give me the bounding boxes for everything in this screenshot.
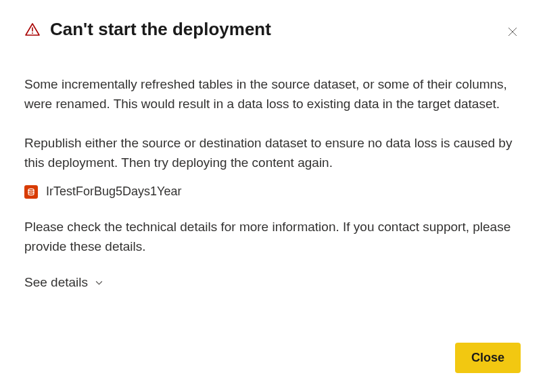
error-dialog: Can't start the deployment Some incremen… — [0, 0, 545, 392]
dialog-paragraph-3: Please check the technical details for m… — [24, 218, 521, 256]
dialog-title: Can't start the deployment — [50, 19, 271, 40]
dataset-icon — [24, 185, 38, 199]
dialog-paragraph-2: Republish either the source or destinati… — [24, 134, 521, 172]
close-button[interactable]: Close — [455, 343, 521, 373]
see-details-toggle[interactable]: See details — [24, 275, 103, 290]
dataset-row: IrTestForBug5Days1Year — [24, 185, 521, 199]
chevron-down-icon — [95, 278, 103, 287]
close-icon — [508, 27, 517, 39]
dialog-paragraph-1: Some incrementally refreshed tables in t… — [24, 75, 521, 114]
warning-icon — [24, 22, 41, 38]
dialog-footer: Close — [455, 343, 521, 373]
close-icon-button[interactable] — [504, 24, 521, 41]
dataset-name: IrTestForBug5Days1Year — [46, 185, 181, 199]
dialog-header: Can't start the deployment — [24, 19, 521, 40]
svg-point-1 — [32, 32, 33, 34]
svg-point-4 — [28, 189, 34, 191]
see-details-label: See details — [24, 275, 88, 290]
